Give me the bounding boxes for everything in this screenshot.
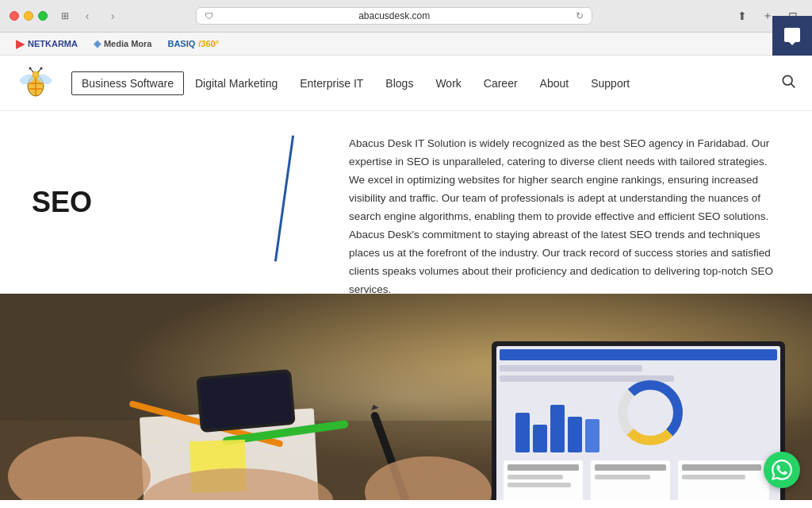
seo-title: SEO (32, 186, 92, 219)
nav-item-business-software[interactable]: Business Software (71, 71, 184, 95)
svg-rect-56 (682, 464, 761, 471)
seo-description: Abacus Desk IT Solution is widely recogn… (333, 111, 812, 294)
hero-image-section (0, 294, 812, 500)
nav-item-career[interactable]: Career (473, 71, 529, 96)
search-icon[interactable] (780, 73, 796, 93)
close-button[interactable] (10, 11, 19, 21)
address-bar[interactable]: 🛡 abacusdesk.com ↻ (196, 7, 592, 25)
share-icon[interactable]: ⬆ (733, 6, 752, 25)
svg-rect-40 (515, 413, 530, 452)
main-content: SEO Abacus Desk IT Solution is widely re… (0, 111, 812, 294)
svg-line-13 (791, 84, 795, 88)
minimize-button[interactable] (24, 11, 33, 21)
nav-item-digital-marketing[interactable]: Digital Marketing (184, 71, 289, 96)
svg-rect-49 (508, 464, 579, 471)
svg-rect-29 (200, 372, 293, 429)
mediamora-logo[interactable]: ◈ Media Mora (94, 38, 152, 49)
netkarma-logo[interactable]: ▶ NETKARMA (16, 37, 78, 50)
svg-rect-50 (508, 475, 563, 479)
site-nav: Business Software Digital Marketing Ente… (71, 71, 780, 96)
url-text[interactable]: abacusdesk.com (218, 10, 571, 21)
svg-rect-37 (500, 349, 777, 360)
svg-point-11 (40, 67, 43, 69)
svg-point-12 (783, 75, 792, 85)
seo-divider (274, 136, 294, 262)
svg-rect-53 (595, 464, 666, 471)
whatsapp-button[interactable] (764, 452, 800, 488)
nav-item-enterprise-it[interactable]: Enterprise IT (289, 71, 374, 96)
site-header: Business Software Digital Marketing Ente… (0, 56, 812, 111)
browser-titlebar: ⊞ ‹ › 🛡 abacusdesk.com ↻ ⬆ ＋ ⊡ (0, 0, 812, 32)
site-logo[interactable] (16, 64, 56, 103)
browser-chrome: ⊞ ‹ › 🛡 abacusdesk.com ↻ ⬆ ＋ ⊡ (0, 0, 812, 33)
svg-rect-41 (533, 425, 547, 452)
window-grid-icon[interactable]: ⊞ (59, 10, 71, 22)
nav-item-work[interactable]: Work (424, 71, 472, 96)
nav-item-about[interactable]: About (529, 71, 580, 96)
refresh-icon[interactable]: ↻ (576, 10, 584, 21)
nav-item-support[interactable]: Support (580, 71, 641, 96)
maximize-button[interactable] (38, 11, 48, 21)
partner-bar: ▶ NETKARMA ◈ Media Mora BASIQ/360° (0, 33, 812, 56)
traffic-lights (10, 11, 48, 21)
svg-rect-43 (568, 417, 582, 452)
svg-rect-44 (585, 419, 599, 452)
seo-left-panel: SEO (0, 111, 333, 294)
browser-controls: ⊞ (59, 10, 71, 22)
basiq-logo[interactable]: BASIQ/360° (167, 39, 219, 48)
security-icon: 🛡 (205, 11, 213, 21)
forward-button[interactable]: › (103, 6, 122, 25)
back-button[interactable]: ‹ (78, 6, 97, 25)
svg-point-10 (29, 67, 32, 69)
svg-point-7 (33, 71, 39, 78)
svg-rect-54 (595, 475, 650, 479)
svg-rect-42 (550, 405, 565, 452)
svg-rect-51 (508, 483, 571, 487)
svg-rect-57 (682, 475, 745, 479)
chat-widget-button[interactable] (772, 16, 812, 56)
nav-item-blogs[interactable]: Blogs (374, 71, 424, 96)
svg-rect-38 (500, 365, 642, 371)
